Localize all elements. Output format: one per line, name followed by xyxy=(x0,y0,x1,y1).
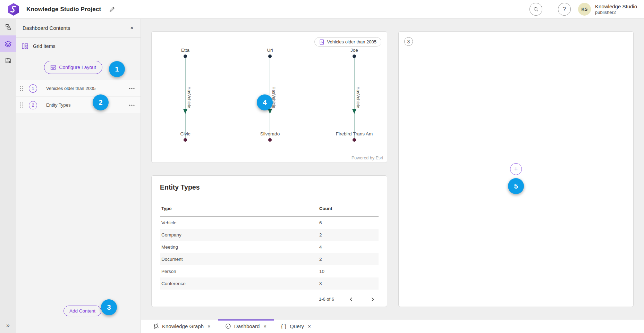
close-icon: × xyxy=(263,323,266,329)
close-tab-button[interactable]: × xyxy=(308,323,311,329)
help-button[interactable]: ? xyxy=(558,3,571,16)
double-chevron-right-icon: » xyxy=(6,322,9,328)
link-chart-doc-icon xyxy=(319,39,324,45)
dashboard-canvas: Vehicles older than 2005 Etta HasVehicle… xyxy=(141,19,644,333)
layer-chip[interactable]: Vehicles older than 2005 xyxy=(314,37,381,47)
edge-arrow-icon xyxy=(268,109,272,114)
table-row[interactable]: Document 2 xyxy=(160,253,379,265)
link-chart-icon xyxy=(5,24,11,31)
column-header-count[interactable]: Count xyxy=(318,202,379,217)
empty-grid-slot: 3 + xyxy=(398,31,634,307)
expand-panel-button[interactable]: » xyxy=(0,318,16,333)
cell-type: Meeting xyxy=(160,241,318,253)
user-menu[interactable]: Knowledge Studio publisher2 xyxy=(595,3,637,15)
grid-items-section: Grid Items xyxy=(16,38,141,55)
add-content-label: Add Content xyxy=(69,308,95,314)
step-badge-4: 4 xyxy=(257,94,273,110)
cell-count: 3 xyxy=(318,277,379,290)
header-divider xyxy=(550,0,550,19)
avatar-initials: KS xyxy=(581,7,587,12)
graph-edge-group: Etta HasVehicle Civic xyxy=(158,45,213,150)
table-row[interactable]: Company 2 xyxy=(160,229,379,241)
close-tab-button[interactable]: × xyxy=(263,323,266,329)
table-row[interactable]: Vehicle 6 xyxy=(160,217,379,229)
user-name: Knowledge Studio xyxy=(595,3,637,10)
vehicle-node[interactable] xyxy=(268,138,272,142)
edit-title-button[interactable] xyxy=(107,5,117,14)
table-row[interactable]: Person 10 xyxy=(160,265,379,277)
item-number-badge: 1 xyxy=(29,84,37,93)
left-icon-rail: » xyxy=(0,19,16,333)
person-node[interactable] xyxy=(353,55,356,58)
person-node[interactable] xyxy=(184,55,187,58)
dashboard-gauge-icon xyxy=(225,323,231,329)
tab-knowledge-graph[interactable]: Knowledge Graph × xyxy=(146,319,218,333)
step-badge-2: 2 xyxy=(93,94,109,110)
column-header-type[interactable]: Type xyxy=(160,202,318,217)
step-number: 4 xyxy=(263,99,266,107)
help-icon: ? xyxy=(563,6,566,13)
view-tab-bar: Knowledge Graph × Dashboard xyxy=(141,319,644,333)
search-button[interactable] xyxy=(529,3,542,16)
person-node[interactable] xyxy=(268,55,272,58)
grid-items-icon xyxy=(22,43,28,50)
cell-type: Conference xyxy=(160,277,318,290)
knowledge-graph-icon xyxy=(153,323,159,329)
rail-dashboard-layers-button[interactable] xyxy=(0,35,16,52)
grid-item-entity-types[interactable]: 2 Entity Types xyxy=(16,97,141,113)
user-role: publisher2 xyxy=(595,10,637,15)
close-tab-button[interactable]: × xyxy=(207,323,211,329)
vehicle-node[interactable] xyxy=(353,138,356,142)
slot-number-badge: 3 xyxy=(404,37,413,46)
step-number: 2 xyxy=(99,99,102,107)
item-options-button[interactable] xyxy=(127,101,136,110)
close-icon: × xyxy=(308,323,311,329)
grid-item-vehicles[interactable]: 1 Vehicles older than 2005 xyxy=(16,80,141,97)
cell-type: Company xyxy=(160,229,318,241)
vehicle-node[interactable] xyxy=(184,138,187,142)
configure-layout-button[interactable]: Configure Layout xyxy=(44,61,102,74)
panel-title: Dashboard Contents xyxy=(23,25,127,31)
dashboard-contents-panel: Dashboard Contents × Grid Items xyxy=(16,19,141,333)
tab-label: Knowledge Graph xyxy=(162,323,204,329)
close-panel-button[interactable]: × xyxy=(127,23,137,33)
layer-chip-label: Vehicles older than 2005 xyxy=(327,39,376,44)
node-label: Firebird Trans Am xyxy=(327,131,382,136)
configure-layout-label: Configure Layout xyxy=(59,65,96,70)
edge-line[interactable] xyxy=(185,58,186,138)
tab-label: Query xyxy=(290,323,304,329)
plus-icon: + xyxy=(514,166,518,172)
tab-query[interactable]: { } Query × xyxy=(274,319,318,333)
item-options-button[interactable] xyxy=(127,84,136,93)
step-badge-3: 3 xyxy=(101,299,117,315)
graph-edge-group: Joe HasVehicle Firebird Trans Am xyxy=(327,45,382,150)
cell-count: 10 xyxy=(318,265,379,277)
drag-handle-icon[interactable] xyxy=(20,85,24,91)
edge-label: HasVehicle xyxy=(356,86,361,108)
tab-dashboard[interactable]: Dashboard × xyxy=(218,319,274,333)
avatar[interactable]: KS xyxy=(578,3,591,16)
search-icon xyxy=(533,6,539,12)
rail-save-button[interactable] xyxy=(0,52,16,69)
item-label: Entity Types xyxy=(46,102,127,108)
add-content-button[interactable]: Add Content xyxy=(63,306,101,316)
close-icon: × xyxy=(207,323,211,329)
table-row[interactable]: Conference 3 xyxy=(160,277,379,290)
entity-types-widget: Entity Types Type Count Vehicle 6 xyxy=(151,175,387,307)
save-icon xyxy=(5,57,11,64)
drag-handle-icon[interactable] xyxy=(20,102,24,108)
add-content-block: Add Content xyxy=(16,300,141,333)
add-widget-button[interactable]: + xyxy=(510,163,522,175)
next-page-button[interactable] xyxy=(368,295,377,304)
braces-icon: { } xyxy=(281,324,287,329)
step-number: 1 xyxy=(115,65,119,73)
rail-link-chart-button[interactable] xyxy=(0,19,16,35)
edge-line[interactable] xyxy=(354,58,355,138)
table-row[interactable]: Meeting 4 xyxy=(160,241,379,253)
pagination-label: 1-6 of 6 xyxy=(319,297,334,302)
previous-page-button[interactable] xyxy=(347,295,356,304)
cell-count: 6 xyxy=(318,217,379,229)
edge-arrow-icon xyxy=(352,109,356,114)
ellipsis-icon xyxy=(129,88,135,89)
app-logo-icon[interactable] xyxy=(8,3,19,16)
